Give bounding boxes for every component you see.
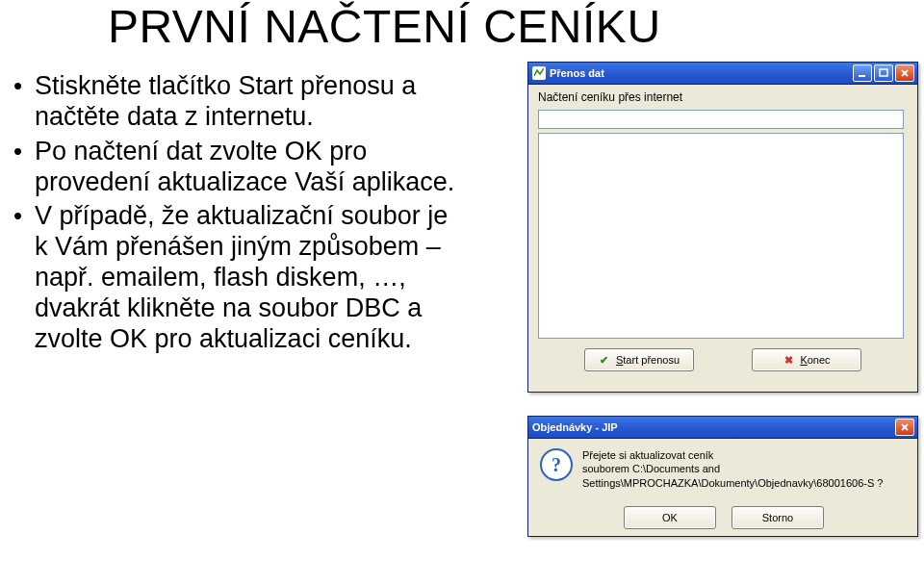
- bullet-item: V případě, že aktualizační soubor je k V…: [8, 201, 462, 354]
- transfer-log-area: [538, 133, 904, 339]
- svg-rect-1: [880, 69, 887, 76]
- confirm-message: Přejete si aktualizovat ceník souborem C…: [582, 448, 908, 490]
- transfer-dialog-title: Přenos dat: [550, 67, 853, 79]
- cancel-button[interactable]: Storno: [732, 506, 824, 529]
- end-button[interactable]: ✖ Konec: [752, 348, 861, 371]
- bullet-item: Stiskněte tlačítko Start přenosu a načtě…: [8, 71, 462, 133]
- start-transfer-label: Start přenosu: [616, 354, 680, 366]
- bullet-item: Po načtení dat zvolte OK pro provedení a…: [8, 137, 462, 198]
- svg-rect-0: [859, 75, 865, 77]
- close-button[interactable]: [895, 419, 914, 436]
- slide-title: PRVNÍ NAČTENÍ CENÍKU: [108, 0, 661, 53]
- transfer-app-icon: [532, 66, 546, 80]
- transfer-label: Načtení ceníku přes internet: [538, 90, 908, 104]
- ok-button[interactable]: OK: [624, 506, 716, 529]
- transfer-dialog-titlebar[interactable]: Přenos dat: [528, 63, 917, 85]
- confirm-dialog-titlebar[interactable]: Objednávky - JIP: [528, 417, 917, 439]
- end-button-label: Konec: [800, 354, 830, 366]
- start-transfer-button[interactable]: ✔ Start přenosu: [584, 348, 694, 371]
- minimize-button[interactable]: [853, 64, 872, 82]
- confirm-dialog-title: Objednávky - JIP: [532, 421, 895, 433]
- bullet-list: Stiskněte tlačítko Start přenosu a načtě…: [8, 71, 462, 359]
- confirm-dialog: Objednávky - JIP ? Přejete si aktualizov…: [527, 416, 918, 537]
- maximize-button[interactable]: [874, 64, 893, 82]
- checkmark-icon: ✔: [599, 354, 610, 366]
- transfer-dialog: Přenos dat Načtení ceníku přes internet …: [527, 62, 918, 393]
- transfer-status-field: [538, 110, 904, 129]
- question-icon: ?: [540, 448, 573, 481]
- close-button[interactable]: [895, 64, 914, 82]
- cross-icon: ✖: [783, 354, 794, 366]
